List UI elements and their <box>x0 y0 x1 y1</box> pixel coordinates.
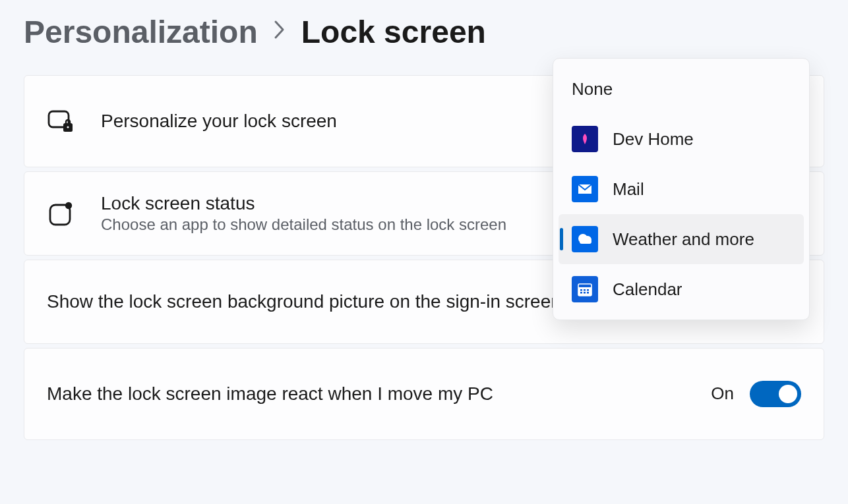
mail-icon <box>572 176 598 202</box>
dev-home-icon <box>572 126 598 152</box>
chevron-right-icon <box>274 20 286 45</box>
svg-rect-8 <box>580 240 591 244</box>
dropdown-option-weather[interactable]: Weather and more <box>559 214 804 264</box>
dropdown-option-label: Weather and more <box>613 229 754 250</box>
dropdown-option-dev-home[interactable]: Dev Home <box>559 114 804 164</box>
dropdown-option-none[interactable]: None <box>559 64 804 114</box>
dropdown-option-label: Mail <box>613 179 644 200</box>
breadcrumb: Personalization Lock screen <box>24 13 824 51</box>
weather-icon <box>572 226 598 252</box>
dropdown-option-label: Dev Home <box>613 129 694 150</box>
dropdown-option-label: Calendar <box>613 279 682 300</box>
svg-point-2 <box>67 126 69 128</box>
status-app-icon <box>47 200 75 227</box>
dropdown-option-label: None <box>572 79 613 99</box>
svg-rect-17 <box>587 292 589 294</box>
svg-rect-15 <box>580 292 582 294</box>
dropdown-option-mail[interactable]: Mail <box>559 164 804 214</box>
breadcrumb-parent[interactable]: Personalization <box>24 13 258 51</box>
breadcrumb-current: Lock screen <box>301 13 486 51</box>
dropdown-option-calendar[interactable]: Calendar <box>559 264 804 314</box>
svg-rect-14 <box>587 289 589 291</box>
svg-rect-16 <box>584 292 586 294</box>
svg-rect-13 <box>584 289 586 291</box>
setting-title: Make the lock screen image react when I … <box>47 383 711 405</box>
status-app-dropdown: None Dev Home Mail Weather and more <box>553 58 810 320</box>
lock-screen-icon <box>47 107 75 135</box>
setting-react-on-move: Make the lock screen image react when I … <box>24 348 824 440</box>
toggle-state-label: On <box>711 383 734 404</box>
svg-point-4 <box>65 202 72 208</box>
calendar-icon <box>572 276 598 302</box>
toggle-react-on-move[interactable] <box>750 381 801 407</box>
svg-rect-12 <box>580 289 582 291</box>
